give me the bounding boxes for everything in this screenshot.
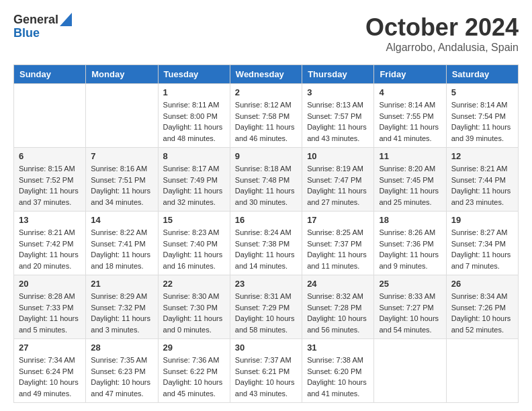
- day-number: 18: [379, 215, 441, 225]
- cell-content: Sunrise: 8:23 AMSunset: 7:40 PMDaylight:…: [163, 227, 225, 271]
- calendar-cell: 25Sunrise: 8:33 AMSunset: 7:27 PMDayligh…: [374, 275, 446, 339]
- calendar-cell: 8Sunrise: 8:17 AMSunset: 7:49 PMDaylight…: [158, 148, 230, 212]
- day-number: 3: [307, 87, 369, 97]
- calendar-cell: [86, 84, 158, 148]
- daylight-text: Daylight: 11 hours and 39 minutes.: [451, 122, 513, 144]
- calendar-week-row: 20Sunrise: 8:28 AMSunset: 7:33 PMDayligh…: [14, 275, 519, 339]
- daylight-text: Daylight: 11 hours and 30 minutes.: [235, 185, 297, 208]
- sunrise-text: Sunrise: 8:18 AM: [235, 163, 297, 175]
- cell-content: Sunrise: 8:32 AMSunset: 7:28 PMDaylight:…: [307, 291, 369, 335]
- weekday-header: Monday: [86, 65, 158, 84]
- day-number: 30: [235, 342, 297, 353]
- logo-general: General: [13, 13, 58, 27]
- calendar-cell: 24Sunrise: 8:32 AMSunset: 7:28 PMDayligh…: [302, 275, 374, 339]
- daylight-text: Daylight: 11 hours and 25 minutes.: [379, 185, 441, 208]
- cell-content: Sunrise: 7:34 AMSunset: 6:24 PMDaylight:…: [19, 355, 81, 399]
- cell-content: Sunrise: 8:26 AMSunset: 7:36 PMDaylight:…: [379, 227, 441, 271]
- daylight-text: Daylight: 11 hours and 7 minutes.: [451, 249, 513, 271]
- cell-content: Sunrise: 8:11 AMSunset: 8:00 PMDaylight:…: [163, 99, 225, 144]
- day-number: 6: [19, 151, 81, 161]
- day-number: 2: [235, 87, 297, 97]
- sunset-text: Sunset: 7:47 PM: [307, 175, 369, 186]
- daylight-text: Daylight: 11 hours and 37 minutes.: [19, 185, 81, 208]
- page-header: General Blue October 2024 Algarrobo, And…: [13, 13, 519, 54]
- cell-content: Sunrise: 8:16 AMSunset: 7:51 PMDaylight:…: [91, 163, 152, 208]
- calendar-cell: 21Sunrise: 8:29 AMSunset: 7:32 PMDayligh…: [86, 275, 158, 339]
- calendar-cell: 1Sunrise: 8:11 AMSunset: 8:00 PMDaylight…: [158, 84, 230, 148]
- sunset-text: Sunset: 7:44 PM: [451, 175, 513, 186]
- daylight-text: Daylight: 10 hours and 41 minutes.: [307, 377, 369, 399]
- daylight-text: Daylight: 11 hours and 41 minutes.: [379, 122, 441, 144]
- daylight-text: Daylight: 11 hours and 46 minutes.: [235, 122, 297, 144]
- sunrise-text: Sunrise: 8:24 AM: [235, 227, 297, 238]
- sunset-text: Sunset: 7:29 PM: [235, 302, 297, 314]
- day-number: 22: [163, 279, 225, 289]
- calendar-table: SundayMondayTuesdayWednesdayThursdayFrid…: [13, 64, 519, 403]
- cell-content: Sunrise: 8:14 AMSunset: 7:55 PMDaylight:…: [379, 99, 441, 144]
- cell-content: Sunrise: 8:24 AMSunset: 7:38 PMDaylight:…: [235, 227, 297, 271]
- weekday-header: Wednesday: [230, 65, 302, 84]
- cell-content: Sunrise: 8:30 AMSunset: 7:30 PMDaylight:…: [163, 291, 225, 335]
- daylight-text: Daylight: 11 hours and 3 minutes.: [91, 313, 152, 335]
- daylight-text: Daylight: 11 hours and 20 minutes.: [19, 249, 81, 271]
- daylight-text: Daylight: 11 hours and 0 minutes.: [163, 313, 225, 335]
- day-number: 29: [163, 342, 225, 353]
- sunset-text: Sunset: 7:49 PM: [163, 175, 225, 186]
- sunrise-text: Sunrise: 7:37 AM: [235, 355, 297, 366]
- sunset-text: Sunset: 7:51 PM: [91, 175, 152, 186]
- sunset-text: Sunset: 8:00 PM: [163, 111, 225, 122]
- sunset-text: Sunset: 7:40 PM: [163, 238, 225, 250]
- sunrise-text: Sunrise: 8:30 AM: [163, 291, 225, 302]
- sunrise-text: Sunrise: 8:15 AM: [19, 163, 81, 175]
- daylight-text: Daylight: 11 hours and 14 minutes.: [235, 249, 297, 271]
- daylight-text: Daylight: 10 hours and 54 minutes.: [379, 313, 441, 335]
- sunrise-text: Sunrise: 8:28 AM: [19, 291, 81, 302]
- daylight-text: Daylight: 11 hours and 16 minutes.: [163, 249, 225, 271]
- daylight-text: Daylight: 11 hours and 11 minutes.: [307, 249, 369, 271]
- sunset-text: Sunset: 6:21 PM: [235, 366, 297, 377]
- sunrise-text: Sunrise: 7:36 AM: [163, 355, 225, 366]
- cell-content: Sunrise: 8:27 AMSunset: 7:34 PMDaylight:…: [451, 227, 513, 271]
- calendar-cell: 19Sunrise: 8:27 AMSunset: 7:34 PMDayligh…: [446, 212, 518, 275]
- calendar-cell: 2Sunrise: 8:12 AMSunset: 7:58 PMDaylight…: [230, 84, 302, 148]
- calendar-cell: 23Sunrise: 8:31 AMSunset: 7:29 PMDayligh…: [230, 275, 302, 339]
- calendar-week-row: 1Sunrise: 8:11 AMSunset: 8:00 PMDaylight…: [14, 84, 519, 148]
- cell-content: Sunrise: 8:12 AMSunset: 7:58 PMDaylight:…: [235, 99, 297, 144]
- sunrise-text: Sunrise: 8:21 AM: [19, 227, 81, 238]
- sunrise-text: Sunrise: 8:29 AM: [91, 291, 152, 302]
- sunrise-text: Sunrise: 7:38 AM: [307, 355, 369, 366]
- logo: General Blue: [13, 13, 72, 40]
- daylight-text: Daylight: 10 hours and 49 minutes.: [19, 377, 81, 399]
- sunrise-text: Sunrise: 8:31 AM: [235, 291, 297, 302]
- calendar-cell: 7Sunrise: 8:16 AMSunset: 7:51 PMDaylight…: [86, 148, 158, 212]
- calendar-cell: 20Sunrise: 8:28 AMSunset: 7:33 PMDayligh…: [14, 275, 86, 339]
- day-number: 11: [379, 151, 441, 161]
- daylight-text: Daylight: 10 hours and 58 minutes.: [235, 313, 297, 335]
- calendar-cell: [374, 339, 446, 403]
- sunrise-text: Sunrise: 8:34 AM: [451, 291, 513, 302]
- calendar-week-row: 27Sunrise: 7:34 AMSunset: 6:24 PMDayligh…: [14, 339, 519, 403]
- cell-content: Sunrise: 8:18 AMSunset: 7:48 PMDaylight:…: [235, 163, 297, 208]
- cell-content: Sunrise: 8:33 AMSunset: 7:27 PMDaylight:…: [379, 291, 441, 335]
- sunrise-text: Sunrise: 8:33 AM: [379, 291, 441, 302]
- daylight-text: Daylight: 11 hours and 34 minutes.: [91, 185, 152, 208]
- calendar-cell: 10Sunrise: 8:19 AMSunset: 7:47 PMDayligh…: [302, 148, 374, 212]
- logo-blue: Blue: [13, 27, 72, 40]
- calendar-cell: 17Sunrise: 8:25 AMSunset: 7:37 PMDayligh…: [302, 212, 374, 275]
- sunset-text: Sunset: 7:34 PM: [451, 238, 513, 250]
- day-number: 8: [163, 151, 225, 161]
- cell-content: Sunrise: 7:36 AMSunset: 6:22 PMDaylight:…: [163, 355, 225, 399]
- cell-content: Sunrise: 8:13 AMSunset: 7:57 PMDaylight:…: [307, 99, 369, 144]
- sunset-text: Sunset: 7:27 PM: [379, 302, 441, 314]
- daylight-text: Daylight: 11 hours and 18 minutes.: [91, 249, 152, 271]
- cell-content: Sunrise: 8:31 AMSunset: 7:29 PMDaylight:…: [235, 291, 297, 335]
- daylight-text: Daylight: 11 hours and 5 minutes.: [19, 313, 81, 335]
- calendar-cell: 13Sunrise: 8:21 AMSunset: 7:42 PMDayligh…: [14, 212, 86, 275]
- day-number: 16: [235, 215, 297, 225]
- sunset-text: Sunset: 7:32 PM: [91, 302, 152, 314]
- calendar-cell: 30Sunrise: 7:37 AMSunset: 6:21 PMDayligh…: [230, 339, 302, 403]
- calendar-cell: 9Sunrise: 8:18 AMSunset: 7:48 PMDaylight…: [230, 148, 302, 212]
- daylight-text: Daylight: 10 hours and 45 minutes.: [163, 377, 225, 399]
- calendar-cell: 22Sunrise: 8:30 AMSunset: 7:30 PMDayligh…: [158, 275, 230, 339]
- calendar-cell: [446, 339, 518, 403]
